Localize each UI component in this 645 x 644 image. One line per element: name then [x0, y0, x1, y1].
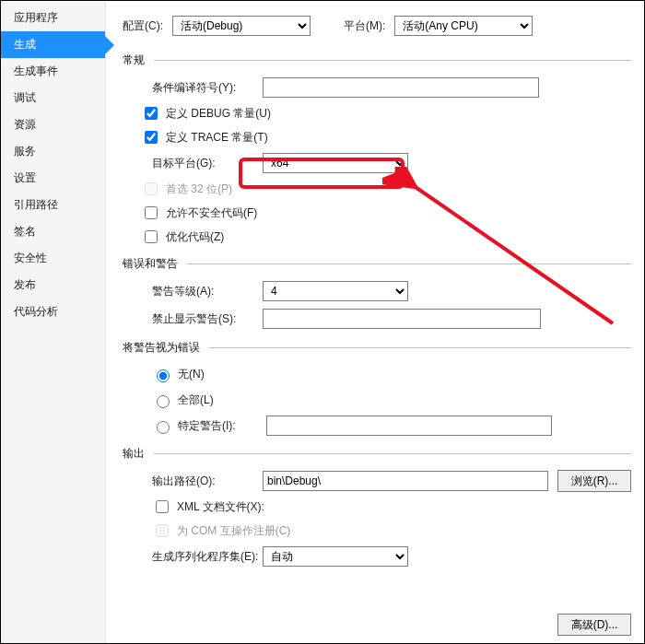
target-platform-select[interactable]: x64: [263, 153, 408, 173]
com-interop-label: 为 COM 互操作注册(C): [177, 523, 290, 539]
sidebar-item-signing[interactable]: 签名: [1, 218, 105, 245]
sidebar-item-code-analysis[interactable]: 代码分析: [1, 299, 105, 325]
section-errors-title: 错误和警告: [123, 256, 178, 272]
section-output: 输出: [123, 446, 631, 462]
serialization-select[interactable]: 自动: [263, 546, 408, 567]
divider: [154, 60, 631, 61]
advanced-button[interactable]: 高级(D)...: [557, 614, 631, 636]
define-debug-checkbox[interactable]: [145, 107, 158, 120]
optimize-code-label: 优化代码(Z): [166, 229, 224, 245]
config-select[interactable]: 活动(Debug): [172, 16, 311, 36]
sidebar-item-security[interactable]: 安全性: [1, 245, 105, 272]
section-general-title: 常规: [123, 53, 145, 68]
suppress-warnings-label: 禁止显示警告(S):: [152, 311, 263, 327]
serialization-label: 生成序列化程序集(E):: [152, 549, 263, 565]
section-treat: 将警告视为错误: [123, 340, 631, 356]
allow-unsafe-label: 允许不安全代码(F): [166, 205, 257, 221]
xml-doc-checkbox[interactable]: [156, 500, 169, 513]
prefer-32bit-checkbox: [145, 182, 158, 195]
section-errors: 错误和警告: [123, 256, 631, 272]
output-path-input[interactable]: [263, 471, 548, 491]
section-general: 常规: [123, 53, 631, 68]
sidebar-item-settings[interactable]: 设置: [1, 165, 105, 192]
divider: [154, 453, 631, 454]
section-output-title: 输出: [123, 446, 145, 462]
allow-unsafe-checkbox[interactable]: [145, 206, 158, 219]
xml-doc-label: XML 文档文件(X):: [177, 499, 264, 515]
com-interop-checkbox: [156, 524, 169, 537]
define-trace-checkbox[interactable]: [145, 131, 158, 144]
treat-specific-radio[interactable]: [157, 421, 170, 434]
sidebar-item-build-events[interactable]: 生成事件: [1, 58, 105, 85]
section-treat-title: 将警告视为错误: [123, 340, 200, 356]
platform-label: 平台(M):: [344, 18, 385, 34]
treat-all-label: 全部(L): [178, 392, 214, 408]
warning-level-label: 警告等级(A):: [152, 284, 263, 299]
sidebar: 应用程序 生成 生成事件 调试 资源 服务 设置 引用路径 签名 安全性 发布 …: [1, 1, 106, 643]
treat-none-radio[interactable]: [157, 369, 170, 382]
divider: [209, 347, 631, 348]
define-debug-label: 定义 DEBUG 常量(U): [166, 106, 271, 122]
define-trace-label: 定义 TRACE 常量(T): [166, 130, 268, 146]
sidebar-item-application[interactable]: 应用程序: [1, 5, 105, 31]
prefer-32bit-label: 首选 32 位(P): [166, 181, 232, 197]
browse-button[interactable]: 浏览(R)...: [557, 470, 631, 492]
optimize-code-checkbox[interactable]: [145, 230, 158, 243]
divider: [187, 263, 631, 264]
target-platform-label: 目标平台(G):: [152, 156, 263, 171]
suppress-warnings-input[interactable]: [263, 309, 541, 329]
treat-all-radio[interactable]: [157, 395, 170, 408]
sidebar-item-publish[interactable]: 发布: [1, 272, 105, 299]
config-label: 配置(C):: [123, 18, 163, 34]
sidebar-item-build[interactable]: 生成: [1, 31, 105, 58]
sidebar-item-debug[interactable]: 调试: [1, 85, 105, 111]
sidebar-item-services[interactable]: 服务: [1, 138, 105, 165]
build-settings-panel: 配置(C): 活动(Debug) 平台(M): 活动(Any CPU) 常规 条…: [106, 1, 644, 643]
treat-specific-label: 特定警告(I):: [178, 418, 261, 434]
cond-symbols-input[interactable]: [263, 77, 539, 98]
cond-symbols-label: 条件编译符号(Y):: [152, 80, 263, 96]
platform-select[interactable]: 活动(Any CPU): [394, 16, 533, 36]
config-platform-row: 配置(C): 活动(Debug) 平台(M): 活动(Any CPU): [123, 16, 631, 36]
project-properties-window: 应用程序 生成 生成事件 调试 资源 服务 设置 引用路径 签名 安全性 发布 …: [0, 0, 645, 644]
warning-level-select[interactable]: 4: [263, 281, 408, 301]
treat-specific-input[interactable]: [266, 416, 552, 436]
treat-none-label: 无(N): [178, 367, 205, 382]
output-path-label: 输出路径(O):: [152, 474, 263, 489]
sidebar-item-reference-paths[interactable]: 引用路径: [1, 192, 105, 218]
sidebar-item-resources[interactable]: 资源: [1, 111, 105, 138]
